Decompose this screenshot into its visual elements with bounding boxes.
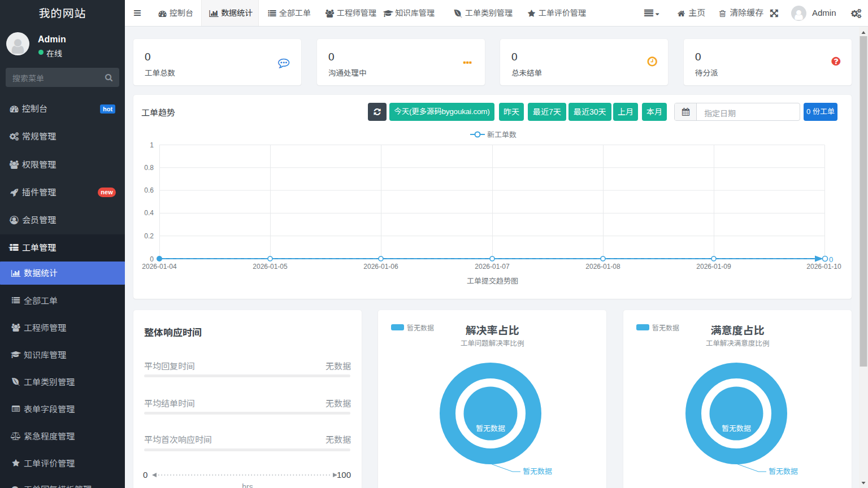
svg-text:0.8: 0.8 [144,164,154,172]
svg-text:2026-01-06: 2026-01-06 [363,263,398,271]
svg-text:暂无数据: 暂无数据 [476,424,505,433]
svg-text:2026-01-08: 2026-01-08 [585,263,620,271]
svg-text:2026-01-10: 2026-01-10 [806,263,841,271]
svg-text:0: 0 [829,255,833,264]
svg-text:2026-01-04: 2026-01-04 [142,263,177,271]
svg-text:暂无数据: 暂无数据 [722,424,751,433]
svg-text:2026-01-07: 2026-01-07 [475,263,510,271]
svg-text:新工单数: 新工单数 [487,130,517,139]
svg-text:1: 1 [150,141,154,149]
svg-text:0: 0 [150,255,154,263]
svg-text:暂无数据: 暂无数据 [769,467,798,476]
svg-text:0.4: 0.4 [144,209,154,217]
svg-text:2026-01-09: 2026-01-09 [696,263,731,271]
svg-text:2026-01-05: 2026-01-05 [253,263,288,271]
svg-text:0.2: 0.2 [144,232,154,240]
svg-text:暂无数据: 暂无数据 [523,467,552,476]
svg-text:0.6: 0.6 [144,186,154,194]
